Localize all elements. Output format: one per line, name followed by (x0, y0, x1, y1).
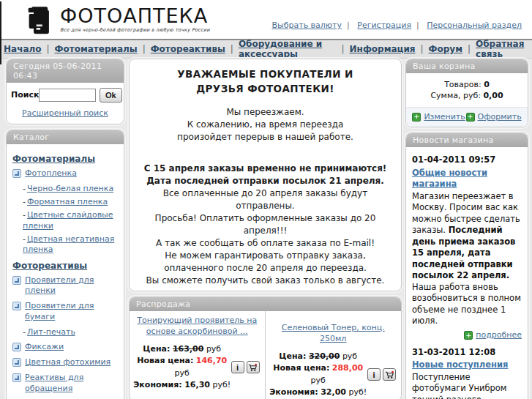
dash: - (23, 184, 26, 193)
savings-suffix: руб! (213, 380, 231, 389)
currency: руб (175, 368, 190, 378)
catalog-link[interactable]: Проявители для пленки (25, 275, 119, 297)
catalog-sublink[interactable]: Цветная негативная пленка (23, 234, 114, 254)
catalog-item: Фиксажи (12, 342, 119, 353)
separator: | (468, 44, 471, 54)
new-price: 288,00 (332, 363, 363, 373)
catalog-link[interactable]: Фиксажи (25, 342, 64, 353)
product-link[interactable]: Селеновый Тонер, конц. 250мл (282, 323, 385, 343)
separator: | (47, 44, 50, 54)
catalog-link[interactable]: Реактивы для обращения (25, 373, 119, 395)
news-text-part: Поступление фотобумаги Унибром тонкий ра… (412, 372, 514, 399)
currency: руб (206, 344, 221, 354)
info-icon[interactable]: i (231, 361, 244, 373)
catalog-link[interactable]: Фотопленка (25, 168, 77, 179)
shop-news-header: Новости магазина (406, 133, 528, 147)
nav-information[interactable]: Информация (350, 44, 416, 54)
announcement-title: УВАЖАЕМЫЕ ПОКУПАТЕЛИ И ДРУЗЬЯ ФОТОАПТЕКИ… (135, 67, 395, 97)
news-title-link[interactable]: Общие новости магазина (412, 168, 487, 190)
camera-logo-icon (26, 6, 56, 38)
dash: - (23, 327, 26, 337)
catalog-item: Проявители для бумаги (12, 301, 119, 323)
logo[interactable]: ФОТОАПТЕКА Все для черно-белой фотографи… (26, 6, 210, 38)
cart-edit-link[interactable]: Изменить (424, 112, 465, 122)
catalog-item: Цветная фотохимия (12, 357, 119, 368)
nav-home[interactable]: Начало (4, 44, 42, 54)
cart-header: Ваша корзина (406, 59, 528, 73)
cart-sum-value: 0,00 (483, 91, 503, 100)
catalog-sublink[interactable]: Лит-печать (27, 327, 75, 337)
personal-section-link[interactable]: Персональный раздел (427, 20, 522, 30)
catalog-section-link[interactable]: Фотоматериалы (12, 154, 95, 164)
nav-photomaterials[interactable]: Фотоматериалы (55, 44, 138, 54)
dash: - (23, 234, 26, 244)
new-price-label: Новая цена: (273, 363, 329, 373)
sale-product-card: Тонирующий проявитель на основе аскорбин… (130, 311, 266, 399)
price-label: Цена: (143, 344, 170, 354)
plus-icon: + (412, 113, 421, 122)
sale-panel: Распродажа Тонирующий проявитель на осно… (129, 297, 402, 399)
add-to-cart-icon[interactable] (247, 361, 260, 373)
old-price: 320,00 (309, 351, 340, 361)
window-edge-line (0, 1, 1, 64)
announcement-bold: С 15 апреля заказы временно не принимают… (135, 163, 395, 187)
cart-checkout-link[interactable]: Оформить (478, 112, 522, 122)
search-label: Поиск (11, 91, 35, 100)
news-entry: 31-03-2011 12:08 Новые поступления Посту… (412, 347, 522, 399)
savings-value: 16,30 (184, 380, 210, 389)
catalog-link[interactable]: Проявители для бумаги (25, 301, 119, 323)
left-sidebar: Сегодня 05-06-2011 06:43 Поиск Ok Расшир… (6, 59, 124, 399)
catalog-header: Каталог (7, 130, 124, 144)
savings-label: Экономия: (269, 387, 318, 397)
site-tagline: Все для черно-белой фотографии в любую т… (60, 27, 210, 33)
catalog-link[interactable]: Цветная фотохимия (25, 357, 110, 368)
separator: | (421, 44, 424, 54)
expand-icon[interactable] (12, 373, 21, 382)
expand-icon[interactable] (12, 169, 21, 178)
news-date: 31-03-2011 12:08 (412, 347, 522, 359)
cart-sum-label: Сумма, руб: (430, 91, 481, 100)
news-title-link[interactable]: Новые поступления (412, 359, 508, 370)
news-more-link[interactable]: подробнее (476, 330, 522, 341)
catalog-tree: Фотоматериалы Фотопленка -Черно-белая пл… (7, 144, 124, 399)
advanced-search-link[interactable]: Расширенный поиск (11, 108, 119, 118)
news-text: Поступление фотобумаги Унибром тонкий ра… (412, 372, 522, 399)
right-sidebar: Ваша корзина Товаров: 0 Сумма, руб: 0,00… (405, 59, 528, 399)
expand-icon[interactable] (12, 343, 21, 351)
new-price-label: Новая цена: (137, 356, 193, 365)
search-input[interactable] (39, 89, 96, 102)
cart-items-count: 0 (484, 80, 490, 89)
site-title: ФОТОАПТЕКА (60, 6, 210, 26)
announcement-intro: Мы переезжаем. К сожалению, на время пер… (135, 106, 395, 143)
news-date: 01-04-2011 09:57 (412, 154, 522, 166)
catalog-panel: Каталог Фотоматериалы Фотопленка -Черно-… (6, 130, 124, 399)
add-to-cart-icon[interactable] (383, 368, 396, 381)
search-ok-button[interactable]: Ok (100, 88, 122, 102)
choose-currency-link[interactable]: Выбрать валюту (271, 20, 342, 30)
catalog-subitem: -Лит-печать (23, 327, 119, 338)
nav-equipment[interactable]: Оборудование и аксессуары (239, 39, 337, 59)
expand-icon[interactable] (12, 358, 21, 367)
news-text: Магазин переезжает в Москву. Просим вас … (412, 191, 522, 327)
sale-header: Распродажа (130, 297, 401, 311)
catalog-sublink[interactable]: Цветные слайдовые пленки (23, 210, 113, 230)
expand-icon[interactable] (12, 276, 21, 285)
catalog-sublink[interactable]: Черно-белая пленка (27, 184, 113, 193)
nav-feedback[interactable]: Обратная связь (476, 39, 528, 59)
catalog-sublink[interactable]: Форматная пленка (27, 197, 108, 206)
shop-news-panel: Новости магазина 01-04-2011 09:57 Общие … (405, 133, 528, 399)
nav-forum[interactable]: Форум (429, 44, 462, 54)
dash: - (23, 210, 26, 220)
search-panel: Сегодня 05-06-2011 06:43 Поиск Ok Расшир… (6, 59, 124, 124)
info-icon[interactable]: i (367, 368, 381, 381)
currency: руб (342, 351, 357, 361)
main-nav: Начало| Фотоматериалы| Фотореактивы| Обо… (0, 39, 532, 59)
main-content: УВАЖАЕМЫЕ ПОКУПАТЕЛИ И ДРУЗЬЯ ФОТОАПТЕКИ… (129, 59, 402, 399)
registration-link[interactable]: Регистрация (357, 20, 411, 30)
savings-label: Экономия: (133, 380, 181, 389)
product-link[interactable]: Тонирующий проявитель на основе аскорбин… (137, 316, 257, 336)
separator: | (143, 44, 146, 54)
expand-icon[interactable] (12, 302, 21, 310)
catalog-section-link[interactable]: Фотореактивы (12, 261, 87, 271)
nav-photoreagents[interactable]: Фотореактивы (151, 44, 225, 54)
